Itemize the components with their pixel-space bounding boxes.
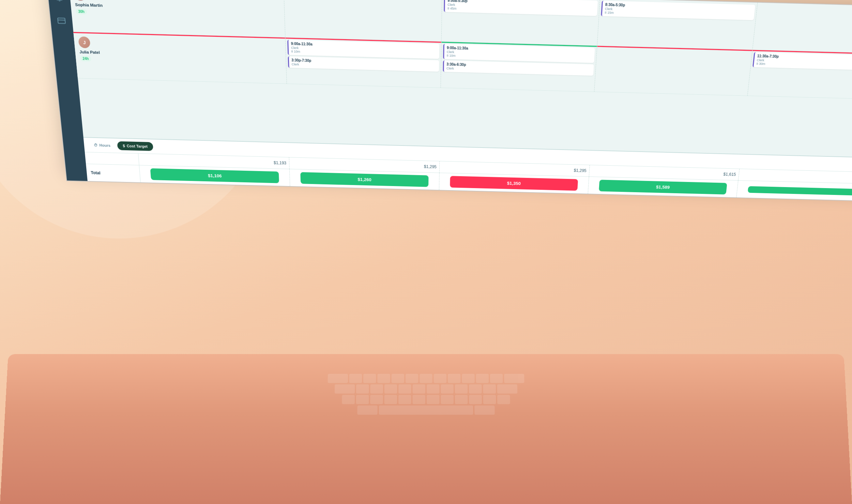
shift-card-morning-2: 9:00a-11:30a Clerk II 10m — [443, 44, 595, 63]
kbd-key — [483, 384, 496, 394]
total-day-0: $1,106 — [139, 165, 290, 186]
day-col-1 — [284, 0, 442, 41]
clock-icon: ⏱ — [94, 143, 98, 147]
total-pill-4 — [747, 186, 852, 196]
kbd-key — [413, 384, 425, 394]
kbd-key — [448, 374, 460, 383]
kbd-key — [504, 374, 524, 383]
total-pill-0: $1,106 — [150, 168, 279, 183]
kbd-key — [335, 384, 355, 394]
svg-rect-1 — [58, 18, 65, 24]
day-col-4-julia: 11:30a-7:30p Clerk II 30m — [748, 50, 852, 100]
kbd-key — [483, 395, 496, 404]
kbd-key — [427, 384, 439, 394]
app-main: S Sophia Martin 30h 9:00a-5:30p Clerk — [69, 0, 852, 201]
kbd-key — [441, 384, 454, 394]
kbd-key — [427, 395, 440, 404]
kbd-key — [474, 406, 495, 415]
kbd-key — [476, 374, 489, 383]
day-col-0 — [125, 0, 285, 37]
total-day-2: $1,350 — [439, 173, 589, 194]
page-root: S Sophia Martin 30h 9:00a-5:30p Clerk — [0, 0, 852, 504]
day-col-2-julia: 9:00a-11:30a Clerk II 10m 3:30a-6:30p Cl… — [441, 42, 597, 91]
kbd-key — [370, 395, 383, 404]
shift-card: 8:30a-5:30p Clerk II 15m — [601, 1, 755, 20]
kbd-key — [370, 384, 383, 394]
gear-icon[interactable] — [52, 0, 66, 4]
avatar-julia: J — [78, 36, 91, 48]
kbd-key — [356, 395, 369, 404]
keyboard-pattern — [51, 374, 800, 494]
cost-empty-cell — [85, 152, 139, 165]
shift-card-afternoon-2: 3:30a-6:30p Clerk — [443, 60, 594, 76]
kbd-key — [455, 384, 468, 394]
kbd-key — [462, 374, 475, 383]
cost-value-2: $1,295 — [574, 168, 587, 173]
shift-card-evening: 11:30a-7:30p Clerk II 30m — [752, 52, 852, 71]
cost-target-label: Cost Target — [126, 144, 148, 148]
kbd-key — [497, 384, 517, 394]
total-day-1: $1,260 — [290, 169, 440, 190]
kbd-key — [328, 374, 348, 383]
app-screen: S Sophia Martin 30h 9:00a-5:30p Clerk — [47, 0, 852, 201]
total-pill-1: $1,260 — [300, 172, 429, 187]
employee-hours-julia: 24h — [80, 56, 91, 62]
schedule-area: S Sophia Martin 30h 9:00a-5:30p Clerk — [69, 0, 852, 158]
kbd-key — [469, 395, 482, 404]
card-icon[interactable] — [55, 14, 69, 28]
kbd-key — [434, 374, 446, 383]
total-label: Total — [86, 164, 141, 182]
shift-card-afternoon: 3:30p-7:30p Clerk — [288, 56, 439, 72]
employee-hours-sophia: 30h — [75, 9, 87, 15]
employee-name-sophia: Sophia Martin — [75, 2, 103, 7]
kbd-key — [455, 395, 468, 404]
kbd-key — [469, 384, 482, 394]
laptop-base — [0, 354, 852, 504]
kbd-key — [490, 374, 503, 383]
kbd-key — [349, 374, 362, 383]
cost-value-0: $1,193 — [274, 161, 287, 166]
employee-info-julia: J Julia Patel 24h — [73, 32, 133, 80]
cost-target-toggle-button[interactable]: $ Cost Target — [117, 141, 153, 151]
day-col-2: 9:00a-5:30p Clerk II 45m — [442, 0, 600, 45]
total-day-4 — [736, 181, 852, 201]
kbd-key — [413, 395, 426, 404]
total-pill-3: $1,589 — [599, 180, 728, 194]
kbd-key — [398, 384, 411, 394]
kbd-key — [342, 395, 355, 404]
avatar-sophia: S — [74, 0, 86, 1]
svg-line-2 — [58, 20, 65, 20]
kbd-key — [357, 406, 377, 415]
kbd-key — [363, 374, 376, 383]
day-col-0-julia — [129, 33, 287, 83]
employee-info-sophia: S Sophia Martin 30h — [69, 0, 129, 33]
kbd-key — [441, 395, 454, 404]
dollar-icon: $ — [123, 144, 125, 148]
kbd-key — [384, 395, 397, 404]
kbd-key — [420, 374, 432, 383]
kbd-key — [497, 395, 510, 404]
cost-value-1: $1,295 — [424, 164, 437, 169]
employee-name-julia: Julia Patel — [79, 50, 100, 55]
kbd-key — [406, 374, 418, 383]
kbd-key — [377, 374, 390, 383]
day-col-3-julia — [594, 46, 752, 95]
hours-label: Hours — [99, 143, 110, 148]
total-day-3: $1,589 — [588, 177, 739, 197]
day-col-1-julia: 9:00a-11:30a Clerk II 10m 3:30p-7:30p Cl… — [286, 37, 442, 88]
cost-value-3: $1,615 — [723, 172, 736, 177]
day-col-4 — [752, 3, 852, 54]
kbd-key — [379, 406, 473, 415]
kbd-key — [398, 395, 411, 404]
laptop-screen-3d: S Sophia Martin 30h 9:00a-5:30p Clerk — [47, 0, 852, 201]
kbd-key — [384, 384, 397, 394]
kbd-key — [392, 374, 404, 383]
day-col-3: 8:30a-5:30p Clerk II 15m — [597, 0, 758, 49]
kbd-key — [356, 384, 369, 394]
shift-card: 9:00a-5:30p Clerk II 45m — [444, 0, 598, 16]
total-pill-2: $1,350 — [450, 176, 578, 190]
shift-card-morning: 9:00a-11:30a Clerk II 10m — [287, 40, 439, 59]
hours-toggle-button[interactable]: ⏱ Hours — [88, 140, 116, 150]
